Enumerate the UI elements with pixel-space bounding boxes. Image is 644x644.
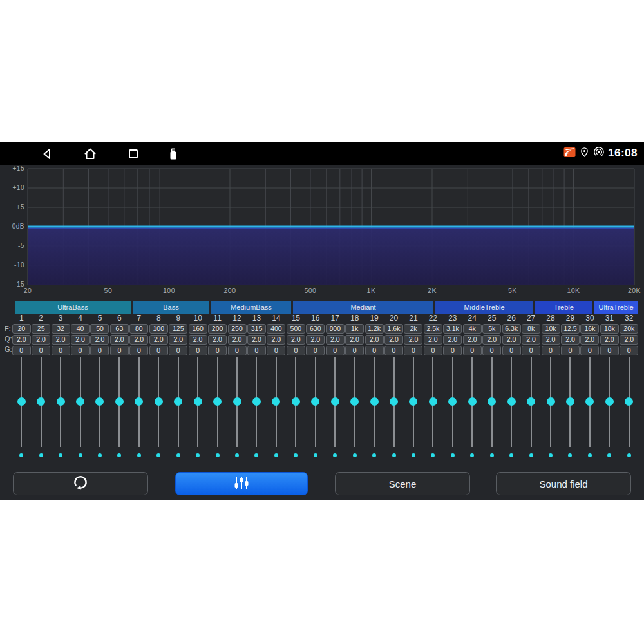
band-gain-slider[interactable] bbox=[620, 357, 639, 460]
band-gain-slider[interactable] bbox=[541, 357, 560, 460]
band-number: 13 bbox=[252, 313, 261, 323]
band-gain-slider[interactable] bbox=[502, 357, 521, 460]
band-gain-value: 0 bbox=[287, 346, 305, 355]
band-gain-slider[interactable] bbox=[247, 357, 266, 460]
slider-knob[interactable] bbox=[233, 397, 242, 406]
slider-knob[interactable] bbox=[390, 397, 398, 406]
slider-knob[interactable] bbox=[448, 397, 457, 406]
band-freq-value: 400 bbox=[267, 324, 285, 334]
band-q-value: 2.0 bbox=[463, 335, 482, 345]
band-gain-slider[interactable] bbox=[384, 357, 403, 460]
band-gain-slider[interactable] bbox=[365, 357, 384, 460]
status-bar: 16:08 bbox=[0, 142, 644, 165]
band-gain-slider[interactable] bbox=[207, 357, 227, 460]
slider-knob[interactable] bbox=[95, 397, 104, 406]
slider-knob[interactable] bbox=[331, 397, 339, 406]
slider-knob[interactable] bbox=[174, 397, 182, 406]
band-gain-value: 0 bbox=[522, 346, 540, 355]
slider-knob[interactable] bbox=[115, 397, 124, 406]
scene-button[interactable]: Scene bbox=[335, 472, 470, 495]
slider-dot bbox=[353, 453, 357, 457]
band-group-mediant[interactable]: Mediant bbox=[293, 301, 433, 314]
eq-band-column: 112002.00 bbox=[207, 313, 227, 460]
band-gain-slider[interactable] bbox=[12, 357, 31, 460]
slider-knob[interactable] bbox=[17, 397, 26, 406]
band-gain-slider[interactable] bbox=[286, 357, 305, 460]
slider-knob[interactable] bbox=[429, 397, 437, 406]
band-gain-slider[interactable] bbox=[129, 357, 149, 460]
band-gain-slider[interactable] bbox=[325, 357, 345, 460]
slider-knob[interactable] bbox=[292, 397, 300, 406]
band-group-bass[interactable]: Bass bbox=[133, 301, 209, 314]
slider-knob[interactable] bbox=[311, 397, 319, 406]
band-gain-slider[interactable] bbox=[51, 357, 70, 460]
slider-knob[interactable] bbox=[350, 397, 359, 406]
band-gain-slider[interactable] bbox=[267, 357, 286, 460]
slider-dot bbox=[451, 453, 455, 457]
band-gain-slider[interactable] bbox=[404, 357, 423, 460]
band-gain-slider[interactable] bbox=[188, 357, 207, 460]
slider-knob[interactable] bbox=[155, 397, 163, 406]
slider-knob[interactable] bbox=[547, 397, 555, 406]
band-gain-slider[interactable] bbox=[580, 357, 600, 460]
slider-knob[interactable] bbox=[409, 397, 417, 406]
band-gain-slider[interactable] bbox=[462, 357, 482, 460]
slider-knob[interactable] bbox=[585, 397, 594, 406]
slider-knob[interactable] bbox=[76, 397, 84, 406]
back-button[interactable] bbox=[39, 146, 55, 162]
slider-knob[interactable] bbox=[625, 397, 633, 406]
band-group-ultratreble[interactable]: UltraTreble bbox=[594, 301, 638, 314]
band-number: 1 bbox=[19, 313, 24, 323]
slider-knob[interactable] bbox=[527, 397, 535, 406]
band-gain-slider[interactable] bbox=[31, 357, 50, 460]
slider-knob[interactable] bbox=[135, 397, 143, 406]
band-gain-slider[interactable] bbox=[90, 357, 109, 460]
band-gain-value: 0 bbox=[542, 346, 560, 355]
eq-band-column: 201.6k2.00 bbox=[384, 313, 403, 460]
slider-dot bbox=[274, 453, 278, 457]
band-gain-slider[interactable] bbox=[345, 357, 364, 460]
band-group-treble[interactable]: Treble bbox=[535, 301, 592, 314]
band-freq-value: 18k bbox=[600, 324, 619, 334]
reset-button[interactable] bbox=[13, 472, 148, 495]
band-gain-slider[interactable] bbox=[600, 357, 619, 460]
slider-knob[interactable] bbox=[194, 397, 202, 406]
band-gain-slider[interactable] bbox=[149, 357, 168, 460]
slider-knob[interactable] bbox=[488, 397, 496, 406]
slider-knob[interactable] bbox=[37, 397, 45, 406]
slider-knob[interactable] bbox=[468, 397, 477, 406]
band-gain-slider[interactable] bbox=[306, 357, 325, 460]
band-gain-slider[interactable] bbox=[423, 357, 442, 460]
band-gain-slider[interactable] bbox=[169, 357, 188, 460]
home-icon bbox=[82, 146, 98, 162]
band-group-middletreble[interactable]: MiddleTreble bbox=[435, 301, 533, 314]
slider-knob[interactable] bbox=[57, 397, 65, 406]
eq-button[interactable] bbox=[175, 472, 308, 495]
slider-knob[interactable] bbox=[370, 397, 379, 406]
eq-band-column: 133152.00 bbox=[247, 313, 266, 460]
recents-button[interactable] bbox=[126, 146, 141, 162]
slider-knob[interactable] bbox=[507, 397, 516, 406]
slider-dot bbox=[19, 453, 23, 457]
slider-dot bbox=[98, 453, 102, 457]
band-gain-slider[interactable] bbox=[70, 357, 90, 460]
band-number: 14 bbox=[272, 313, 280, 323]
band-gain-slider[interactable] bbox=[521, 357, 540, 460]
band-group-mediumbass[interactable]: MediumBass bbox=[211, 301, 291, 314]
sound-field-button[interactable]: Sound field bbox=[496, 472, 631, 495]
band-group-ultrabass[interactable]: UltraBass bbox=[15, 301, 131, 314]
slider-knob[interactable] bbox=[272, 397, 280, 406]
slider-knob[interactable] bbox=[566, 397, 574, 406]
eq-response-graph: +15+10+50dB-5-10-1520501002005001K2K5K10… bbox=[0, 165, 644, 301]
band-gain-slider[interactable] bbox=[109, 357, 129, 460]
band-gain-slider[interactable] bbox=[482, 357, 502, 460]
home-button[interactable] bbox=[82, 146, 98, 162]
eq-band-column: 222.5k2.00 bbox=[423, 313, 442, 460]
band-gain-slider[interactable] bbox=[560, 357, 580, 460]
band-gain-slider[interactable] bbox=[227, 357, 247, 460]
eq-band-column: 2252.00 bbox=[31, 313, 50, 460]
slider-knob[interactable] bbox=[252, 397, 261, 406]
band-gain-slider[interactable] bbox=[443, 357, 462, 460]
slider-knob[interactable] bbox=[213, 397, 222, 406]
slider-knob[interactable] bbox=[605, 397, 614, 406]
